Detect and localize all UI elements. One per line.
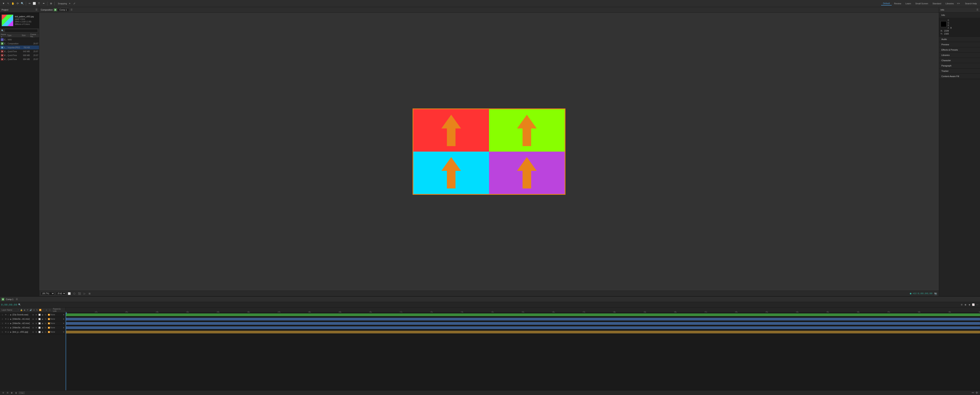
tool-brush[interactable]: ✒ — [42, 2, 46, 5]
layer-sw-2[interactable]: ⚙ — [35, 318, 38, 320]
audio-wave-icon[interactable]: ♪ — [7, 314, 10, 316]
snapping-toggle[interactable]: ⌖ — [68, 2, 72, 5]
playhead[interactable] — [66, 313, 66, 390]
tool-rotate[interactable]: ⟳ — [16, 2, 20, 5]
layer-markers-icon[interactable]: ⊞ — [6, 391, 9, 394]
tool-pen[interactable]: ✏ — [28, 2, 32, 5]
tool-arrow[interactable]: ↖ — [6, 2, 10, 5]
layer-sw-4[interactable]: ◉ — [41, 322, 44, 325]
layer-expand[interactable]: ▶ — [10, 327, 12, 329]
eye-icon[interactable]: 👁 — [5, 314, 7, 316]
shy-icon[interactable]: ~ — [17, 309, 20, 311]
track-row[interactable] — [66, 330, 980, 334]
solo-layer-icon[interactable]: ◉ — [964, 303, 967, 306]
project-search-input[interactable] — [5, 29, 38, 32]
layer-sw-6[interactable]: ⏩ — [48, 314, 50, 316]
audio-icon[interactable]: 🔊 — [29, 309, 32, 311]
lock-icon[interactable]: 🔒 — [20, 309, 23, 311]
workspace-tab-libraries[interactable]: Libraries — [943, 2, 956, 5]
layer-parent-dropdown[interactable]: ▼ — [62, 331, 65, 333]
3d-icon[interactable]: ⬡ — [48, 309, 51, 311]
tracker-section-title[interactable]: Tracker — [939, 68, 980, 73]
layer-sw-3[interactable]: ⬜ — [38, 314, 41, 316]
layer-sw-5[interactable]: fx — [44, 327, 47, 329]
layer-sw-4[interactable]: ◉ — [41, 314, 44, 316]
layer-sw-3[interactable]: ⬜ — [38, 327, 41, 329]
zoom-in-icon[interactable]: ➕ — [975, 391, 978, 394]
workspace-tab-default[interactable]: Default — [881, 2, 892, 5]
track-row[interactable] — [66, 317, 980, 321]
list-item[interactable]: 🖼 test_pa...01.jpg ImporterJPEG 793 KB — [0, 46, 39, 49]
comp-tab[interactable]: Comp 1 — [58, 8, 68, 11]
tool-hand[interactable]: ✋ — [11, 2, 15, 5]
layer-parent-dropdown[interactable]: ▼ — [62, 327, 65, 329]
eye-icon[interactable]: 👁 — [5, 318, 7, 320]
layer-sw-3[interactable]: ⬜ — [38, 322, 41, 325]
timeline-menu-icon[interactable]: ☰ — [16, 298, 18, 301]
tool-text[interactable]: T — [37, 2, 41, 5]
layer-expand[interactable]: ▶ — [10, 322, 12, 325]
track-row[interactable] — [66, 321, 980, 326]
tool-shape[interactable]: ⬜ — [32, 2, 36, 5]
layer-row[interactable]: 1 👁 ♪ ▶ [City Sounds.wav] ⊕ ⚙ ⬜ ◉ fx ⏩ N… — [0, 313, 65, 317]
workspace-expand-icon[interactable]: >> — [957, 2, 960, 5]
track-row[interactable] — [66, 313, 980, 317]
project-menu-icon[interactable]: ☰ — [35, 8, 37, 11]
layer-sw-1[interactable]: ⊕ — [32, 331, 35, 333]
solo-icon[interactable]: ◉ — [23, 309, 26, 311]
col-header-size[interactable]: Size — [22, 34, 30, 37]
eye-icon[interactable]: 👁 — [5, 322, 7, 325]
track-row[interactable] — [66, 326, 980, 330]
layer-sw-6[interactable]: ⏩ — [48, 331, 50, 333]
workspace-tab-small-screen[interactable]: Small Screen — [913, 2, 930, 5]
character-section-title[interactable]: Character — [939, 58, 980, 63]
adjust-icon[interactable]: ⊙ — [45, 309, 48, 311]
layer-sw-2[interactable]: ⚙ — [35, 327, 38, 329]
tool-select[interactable]: ▼ — [2, 2, 5, 5]
libraries-section-title[interactable]: Libraries — [939, 53, 980, 58]
layer-sw-2[interactable]: ⚙ — [35, 322, 38, 325]
layer-row[interactable]: 5 👁 ⊘ ▶ [test_p...v001.jpg] ⊕ ⚙ ⬜ ◉ fx ⏩… — [0, 330, 65, 334]
content-aware-fill-title[interactable]: Content-Aware Fill — [939, 74, 980, 79]
layer-sw-6[interactable]: ⏩ — [48, 318, 50, 320]
search-help-label[interactable]: Search Help — [963, 2, 978, 5]
workspace-tab-learn[interactable]: Learn — [904, 2, 913, 5]
zoom-select[interactable]: (66.7%) — [41, 292, 54, 295]
new-layer-icon[interactable]: ⊞ — [960, 303, 963, 306]
region-of-interest-icon[interactable]: ⬜ — [67, 292, 71, 295]
layer-expand[interactable]: ▶ — [10, 318, 12, 320]
list-item[interactable]: ▶ VideoSe...t2.mov QuickTime 688 MB 29.9… — [0, 53, 39, 57]
layer-sw-4[interactable]: ◉ — [41, 318, 44, 320]
audio-section-title[interactable]: Audio — [939, 37, 980, 42]
paragraph-section-title[interactable]: Paragraph — [939, 63, 980, 68]
solo-switches-icon[interactable]: ◉ — [10, 391, 13, 394]
effects-icon[interactable]: fx — [36, 309, 38, 311]
composition-viewport[interactable] — [39, 13, 939, 291]
layer-sw-1[interactable]: ⊕ — [32, 318, 35, 320]
graph-editor-icon[interactable]: 📈 — [972, 303, 975, 306]
layer-sw-3[interactable]: ⬜ — [38, 318, 41, 320]
effects-presets-title[interactable]: Effects & Presets — [939, 47, 980, 53]
layer-sw-3[interactable]: ⬜ — [38, 331, 41, 333]
layer-sw-6[interactable]: ⏩ — [48, 327, 50, 329]
quality-icon[interactable]: ★ — [33, 309, 35, 311]
list-item[interactable]: ♪ City Sounds.wav WAV — [0, 38, 39, 41]
layer-sw-2[interactable]: ⚙ — [35, 331, 38, 333]
timeline-ruler[interactable]: 0s01s02s03s04s05s06s07s08s09s10s11s12s13… — [66, 307, 980, 313]
keyframe-icon[interactable]: ◆ — [968, 303, 971, 306]
layer-sw-6[interactable]: ⏩ — [48, 322, 50, 325]
tool-anchor[interactable]: ⊕ — [49, 2, 53, 5]
layer-sw-1[interactable]: ⊕ — [32, 314, 35, 316]
layer-parent-dropdown[interactable]: ▼ — [62, 314, 65, 316]
snapping-options[interactable]: ⤢ — [73, 2, 76, 5]
audio-off-icon[interactable]: ⊘ — [7, 327, 10, 329]
audio-off-icon[interactable]: ⊘ — [7, 322, 10, 325]
layer-sw-4[interactable]: ◉ — [41, 331, 44, 333]
list-item[interactable]: ▶ VideoSe...t3.mov QuickTime 684 MB 29.9… — [0, 57, 39, 61]
layer-expand[interactable]: ▶ — [10, 314, 12, 316]
transparency-grid-icon[interactable]: ⬡ — [73, 292, 76, 295]
comp-markers-icon[interactable]: ⊕ — [2, 391, 5, 394]
layer-sw-5[interactable]: fx — [44, 331, 47, 333]
layer-sw-5[interactable]: fx — [44, 322, 47, 325]
motion-blur-icon[interactable]: 〰 — [42, 309, 45, 311]
